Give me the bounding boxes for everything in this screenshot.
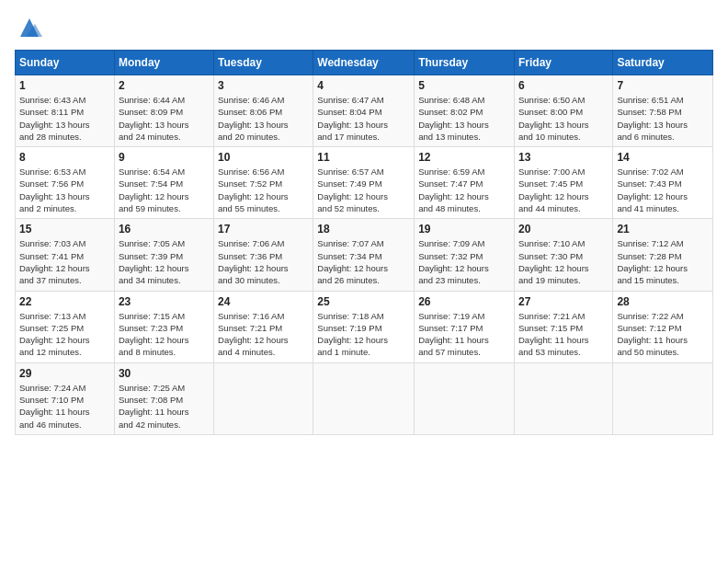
day-detail: Sunrise: 6:50 AM Sunset: 8:00 PM Dayligh… — [518, 94, 609, 143]
day-detail: Sunrise: 6:53 AM Sunset: 7:56 PM Dayligh… — [19, 166, 110, 214]
day-number: 14 — [617, 151, 709, 164]
day-number: 8 — [19, 151, 110, 164]
day-number: 4 — [317, 79, 410, 92]
day-number: 17 — [218, 223, 309, 236]
calendar-header: SundayMondayTuesdayWednesdayThursdayFrid… — [16, 51, 713, 75]
day-header-sunday: Sunday — [16, 51, 115, 75]
calendar-week-3: 15Sunrise: 7:03 AM Sunset: 7:41 PM Dayli… — [16, 219, 713, 291]
day-header-monday: Monday — [114, 51, 213, 75]
calendar-cell: 4Sunrise: 6:47 AM Sunset: 8:04 PM Daylig… — [313, 75, 415, 147]
day-detail: Sunrise: 7:07 AM Sunset: 7:34 PM Dayligh… — [317, 237, 410, 286]
day-detail: Sunrise: 7:25 AM Sunset: 7:08 PM Dayligh… — [119, 382, 210, 431]
calendar-cell: 1Sunrise: 6:43 AM Sunset: 8:11 PM Daylig… — [16, 75, 115, 147]
day-number: 6 — [518, 79, 609, 92]
day-detail: Sunrise: 7:22 AM Sunset: 7:12 PM Dayligh… — [617, 310, 709, 359]
day-detail: Sunrise: 7:00 AM Sunset: 7:45 PM Dayligh… — [518, 166, 609, 214]
page-header — [15, 15, 713, 40]
day-number: 24 — [218, 295, 309, 308]
calendar-cell: 7Sunrise: 6:51 AM Sunset: 7:58 PM Daylig… — [613, 75, 713, 147]
day-number: 25 — [317, 295, 410, 308]
day-detail: Sunrise: 7:03 AM Sunset: 7:41 PM Dayligh… — [19, 237, 110, 286]
day-number: 2 — [119, 79, 210, 92]
calendar-header-row: SundayMondayTuesdayWednesdayThursdayFrid… — [16, 51, 713, 75]
day-detail: Sunrise: 7:10 AM Sunset: 7:30 PM Dayligh… — [518, 237, 609, 286]
day-detail: Sunrise: 7:06 AM Sunset: 7:36 PM Dayligh… — [218, 237, 309, 286]
day-detail: Sunrise: 7:16 AM Sunset: 7:21 PM Dayligh… — [218, 310, 309, 359]
day-number: 18 — [317, 223, 410, 236]
day-detail: Sunrise: 6:44 AM Sunset: 8:09 PM Dayligh… — [119, 94, 210, 143]
calendar-cell: 22Sunrise: 7:13 AM Sunset: 7:25 PM Dayli… — [16, 291, 115, 362]
day-number: 10 — [218, 151, 309, 164]
day-number: 9 — [119, 151, 210, 164]
day-number: 26 — [418, 295, 510, 308]
calendar-table: SundayMondayTuesdayWednesdayThursdayFrid… — [15, 50, 713, 435]
day-number: 1 — [19, 79, 110, 92]
calendar-cell: 3Sunrise: 6:46 AM Sunset: 8:06 PM Daylig… — [214, 75, 313, 147]
day-detail: Sunrise: 6:57 AM Sunset: 7:49 PM Dayligh… — [317, 166, 410, 214]
calendar-cell: 10Sunrise: 6:56 AM Sunset: 7:52 PM Dayli… — [214, 147, 313, 219]
calendar-cell: 12Sunrise: 6:59 AM Sunset: 7:47 PM Dayli… — [415, 147, 515, 219]
calendar-week-2: 8Sunrise: 6:53 AM Sunset: 7:56 PM Daylig… — [16, 147, 713, 219]
day-number: 20 — [518, 223, 609, 236]
day-header-saturday: Saturday — [613, 51, 713, 75]
calendar-cell: 20Sunrise: 7:10 AM Sunset: 7:30 PM Dayli… — [514, 219, 612, 291]
calendar-cell: 6Sunrise: 6:50 AM Sunset: 8:00 PM Daylig… — [514, 75, 612, 147]
day-detail: Sunrise: 7:12 AM Sunset: 7:28 PM Dayligh… — [617, 237, 709, 286]
calendar-cell: 21Sunrise: 7:12 AM Sunset: 7:28 PM Dayli… — [613, 219, 713, 291]
day-number: 15 — [19, 223, 110, 236]
day-number: 3 — [218, 79, 309, 92]
calendar-body: 1Sunrise: 6:43 AM Sunset: 8:11 PM Daylig… — [16, 75, 713, 435]
day-detail: Sunrise: 7:15 AM Sunset: 7:23 PM Dayligh… — [119, 310, 210, 359]
day-detail: Sunrise: 7:09 AM Sunset: 7:32 PM Dayligh… — [418, 237, 510, 286]
calendar-cell: 15Sunrise: 7:03 AM Sunset: 7:41 PM Dayli… — [16, 219, 115, 291]
calendar-cell: 25Sunrise: 7:18 AM Sunset: 7:19 PM Dayli… — [313, 291, 415, 362]
day-detail: Sunrise: 7:13 AM Sunset: 7:25 PM Dayligh… — [19, 310, 110, 359]
calendar-cell — [514, 362, 612, 434]
calendar-week-4: 22Sunrise: 7:13 AM Sunset: 7:25 PM Dayli… — [16, 291, 713, 362]
day-number: 5 — [418, 79, 510, 92]
calendar-cell: 28Sunrise: 7:22 AM Sunset: 7:12 PM Dayli… — [613, 291, 713, 362]
calendar-cell: 14Sunrise: 7:02 AM Sunset: 7:43 PM Dayli… — [613, 147, 713, 219]
day-detail: Sunrise: 6:56 AM Sunset: 7:52 PM Dayligh… — [218, 166, 309, 214]
day-detail: Sunrise: 7:24 AM Sunset: 7:10 PM Dayligh… — [19, 382, 110, 431]
logo-icon — [17, 15, 42, 40]
day-detail: Sunrise: 7:18 AM Sunset: 7:19 PM Dayligh… — [317, 310, 410, 359]
day-number: 12 — [418, 151, 510, 164]
day-header-thursday: Thursday — [415, 51, 515, 75]
calendar-cell: 5Sunrise: 6:48 AM Sunset: 8:02 PM Daylig… — [415, 75, 515, 147]
calendar-week-1: 1Sunrise: 6:43 AM Sunset: 8:11 PM Daylig… — [16, 75, 713, 147]
day-number: 19 — [418, 223, 510, 236]
day-detail: Sunrise: 6:59 AM Sunset: 7:47 PM Dayligh… — [418, 166, 510, 214]
day-detail: Sunrise: 6:54 AM Sunset: 7:54 PM Dayligh… — [119, 166, 210, 214]
calendar-cell — [313, 362, 415, 434]
calendar-cell: 30Sunrise: 7:25 AM Sunset: 7:08 PM Dayli… — [114, 362, 213, 434]
calendar-week-5: 29Sunrise: 7:24 AM Sunset: 7:10 PM Dayli… — [16, 362, 713, 434]
calendar-cell — [613, 362, 713, 434]
day-detail: Sunrise: 7:19 AM Sunset: 7:17 PM Dayligh… — [418, 310, 510, 359]
day-number: 30 — [119, 367, 210, 380]
calendar-cell: 27Sunrise: 7:21 AM Sunset: 7:15 PM Dayli… — [514, 291, 612, 362]
calendar-cell: 26Sunrise: 7:19 AM Sunset: 7:17 PM Dayli… — [415, 291, 515, 362]
day-detail: Sunrise: 6:43 AM Sunset: 8:11 PM Dayligh… — [19, 94, 110, 143]
calendar-cell: 2Sunrise: 6:44 AM Sunset: 8:09 PM Daylig… — [114, 75, 213, 147]
logo — [15, 15, 42, 40]
day-number: 21 — [617, 223, 709, 236]
day-number: 23 — [119, 295, 210, 308]
day-detail: Sunrise: 7:21 AM Sunset: 7:15 PM Dayligh… — [518, 310, 609, 359]
day-number: 29 — [19, 367, 110, 380]
calendar-cell: 17Sunrise: 7:06 AM Sunset: 7:36 PM Dayli… — [214, 219, 313, 291]
day-number: 7 — [617, 79, 709, 92]
day-number: 13 — [518, 151, 609, 164]
day-header-wednesday: Wednesday — [313, 51, 415, 75]
calendar-cell: 29Sunrise: 7:24 AM Sunset: 7:10 PM Dayli… — [16, 362, 115, 434]
calendar-cell: 23Sunrise: 7:15 AM Sunset: 7:23 PM Dayli… — [114, 291, 213, 362]
day-number: 28 — [617, 295, 709, 308]
calendar-cell: 19Sunrise: 7:09 AM Sunset: 7:32 PM Dayli… — [415, 219, 515, 291]
calendar-cell: 13Sunrise: 7:00 AM Sunset: 7:45 PM Dayli… — [514, 147, 612, 219]
day-header-tuesday: Tuesday — [214, 51, 313, 75]
day-detail: Sunrise: 6:46 AM Sunset: 8:06 PM Dayligh… — [218, 94, 309, 143]
calendar-cell — [214, 362, 313, 434]
day-number: 22 — [19, 295, 110, 308]
day-detail: Sunrise: 7:05 AM Sunset: 7:39 PM Dayligh… — [119, 237, 210, 286]
day-detail: Sunrise: 6:48 AM Sunset: 8:02 PM Dayligh… — [418, 94, 510, 143]
